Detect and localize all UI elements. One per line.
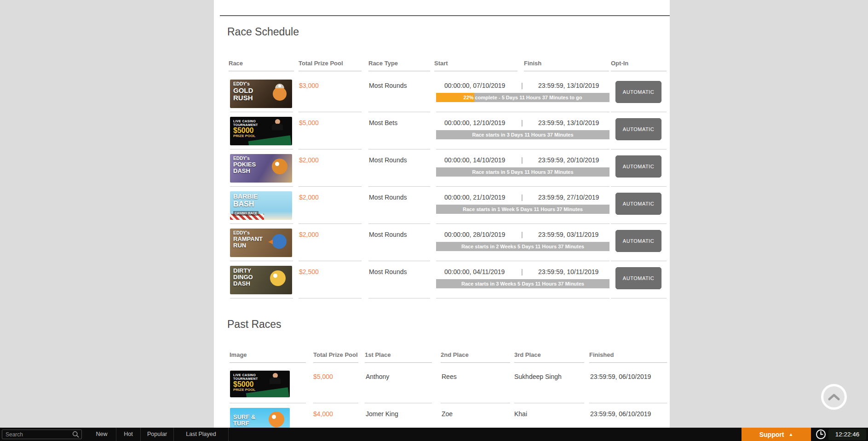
race-image-text: RAMPANT <box>233 236 292 242</box>
support-arrow-icon: ▲ <box>788 432 793 437</box>
table-row: EDDY's POKIES DASH $2,000 Most Rounds 00… <box>214 150 670 188</box>
race-image-dingo-dash: DIRTY DINGO DASH <box>230 266 292 294</box>
prize-pool-value: $5,000 <box>299 119 319 126</box>
datetime-separator: | <box>521 194 523 201</box>
race-progress-bar: 22% complete - 5 Days 11 Hours 37 Minute… <box>436 93 609 102</box>
race-image-text: EDDY's <box>233 229 292 236</box>
finish-datetime: 23:59:59, 27/10/2019 <box>538 194 599 201</box>
finish-datetime: 23:59:59, 20/10/2019 <box>538 156 599 164</box>
table-row: LIVE CASINO TOURNAMENT $5000 PRIZE POOL … <box>214 367 670 404</box>
support-button[interactable]: Support ▲ <box>742 428 811 441</box>
race-image-barbie-bash: BARBIE BASH CASINO RACE <box>230 191 292 220</box>
tab-new[interactable]: New <box>87 428 116 441</box>
tab-popular[interactable]: Popular <box>141 428 174 441</box>
row-divider <box>230 186 293 187</box>
table-row: LIVE CASINO TOURNAMENT $5000 PRIZE POOL … <box>214 113 670 150</box>
race-image-text: DASH <box>233 281 292 287</box>
datetime-separator: | <box>521 156 523 164</box>
prize-pool-value: $5,000 <box>313 373 333 380</box>
column-header-3rd-place: 3rd Place <box>514 351 584 363</box>
finished-datetime: 23:59:59, 06/10/2019 <box>590 373 651 380</box>
race-type-value: Most Rounds <box>369 194 407 201</box>
row-divider <box>368 149 430 149</box>
race-progress-bar: Race starts in 3 Days 11 Hours 37 Minute… <box>436 130 609 139</box>
first-place-winner: Jomer King <box>366 410 398 418</box>
row-divider <box>611 112 667 112</box>
race-image-gold-rush: EDDY's GOLD RUSH <box>230 80 292 108</box>
opt-in-automatic-button[interactable]: AUTOMATIC <box>615 230 661 252</box>
prize-pool-value: $2,000 <box>299 231 319 238</box>
column-header-type: Race Type <box>368 60 430 71</box>
race-image-text: DIRTY <box>233 266 292 274</box>
race-type-value: Most Bets <box>369 119 397 126</box>
third-place-winner: Sukhdeep Singh <box>514 373 562 380</box>
row-divider <box>313 403 358 403</box>
search-input[interactable] <box>2 430 82 439</box>
race-image-text: CASINO RACE <box>233 211 259 216</box>
race-progress-bar: Race starts in 1 Week 5 Days 11 Hours 37… <box>436 205 609 214</box>
opt-in-automatic-button[interactable]: AUTOMATIC <box>615 267 661 289</box>
race-image-text: POKIES <box>233 161 292 168</box>
finish-datetime: 23:59:59, 13/10/2019 <box>538 82 599 89</box>
start-datetime: 00:00:00, 12/10/2019 <box>444 119 505 126</box>
row-divider <box>299 298 362 298</box>
past-race-image-live-casino: LIVE CASINO TOURNAMENT $5000 PRIZE POOL <box>230 371 290 397</box>
race-image-text: RUN <box>233 242 292 249</box>
race-image-text: LIVE CASINO <box>233 117 292 123</box>
second-place-winner: Rees <box>442 373 457 380</box>
table-row: EDDY's GOLD RUSH $3,000 Most Rounds 00:0… <box>214 76 670 113</box>
row-divider <box>230 261 293 261</box>
tab-last-played[interactable]: Last Played <box>174 428 229 441</box>
datetime-separator: | <box>521 268 523 275</box>
race-image-text: EDDY's <box>233 80 292 87</box>
race-schedule-title: Race Schedule <box>227 26 299 38</box>
start-datetime: 00:00:00, 28/10/2019 <box>444 231 505 238</box>
row-divider <box>611 298 667 298</box>
race-image-text: TOURNAMENT <box>233 123 292 127</box>
second-place-winner: Zoe <box>442 410 453 418</box>
tab-hot[interactable]: Hot <box>116 428 141 441</box>
scroll-top-chevron-icon <box>828 393 840 401</box>
race-type-value: Most Rounds <box>369 156 407 164</box>
race-progress-bar: Race starts in 5 Days 11 Hours 37 Minute… <box>436 167 609 177</box>
race-image-text: DINGO <box>233 274 292 281</box>
race-type-value: Most Rounds <box>369 268 407 275</box>
start-datetime: 00:00:00, 14/10/2019 <box>444 156 505 164</box>
opt-in-automatic-button[interactable]: AUTOMATIC <box>615 81 661 103</box>
row-divider <box>436 186 609 187</box>
prize-pool-value: $4,000 <box>313 410 333 418</box>
column-header-finish: Finish <box>524 60 609 71</box>
app-root: Race Schedule Race Total Prize Pool Race… <box>0 0 868 441</box>
row-divider <box>368 112 430 112</box>
scroll-to-top-button[interactable] <box>821 384 847 410</box>
row-divider <box>589 403 667 403</box>
race-type-value: Most Rounds <box>369 231 407 238</box>
start-datetime: 00:00:00, 21/10/2019 <box>444 194 505 201</box>
race-image-text: GOLD <box>233 87 292 94</box>
datetime-separator: | <box>521 82 523 89</box>
row-divider <box>611 186 667 187</box>
game-filter-tabs: New Hot Popular Last Played <box>87 428 229 441</box>
row-divider <box>230 149 293 149</box>
race-image-text: BARBIE <box>233 191 292 200</box>
row-divider <box>436 298 609 298</box>
race-image-text: TOURNAMENT <box>233 377 290 381</box>
prize-pool-value: $2,500 <box>299 268 319 275</box>
column-header-image: Image <box>230 351 306 363</box>
row-divider <box>514 403 584 403</box>
finished-datetime: 23:59:59, 06/10/2019 <box>590 410 651 418</box>
opt-in-automatic-button[interactable]: AUTOMATIC <box>615 193 661 215</box>
race-image-text: TURF <box>233 420 290 427</box>
column-header-race: Race <box>229 60 294 71</box>
row-divider <box>611 261 667 261</box>
table-row: SURF & TURF $4,000 Jomer King Zoe Khai 2… <box>214 404 670 428</box>
table-row: DIRTY DINGO DASH $2,500 Most Rounds 00:0… <box>214 262 670 299</box>
datetime-separator: | <box>521 119 523 126</box>
row-divider <box>299 223 362 224</box>
opt-in-automatic-button[interactable]: AUTOMATIC <box>615 118 661 140</box>
start-datetime: 00:00:00, 07/10/2019 <box>444 82 505 89</box>
column-header-2nd-place: 2nd Place <box>441 351 510 363</box>
opt-in-automatic-button[interactable]: AUTOMATIC <box>615 155 661 178</box>
search-box <box>2 430 82 439</box>
row-divider <box>368 298 430 298</box>
